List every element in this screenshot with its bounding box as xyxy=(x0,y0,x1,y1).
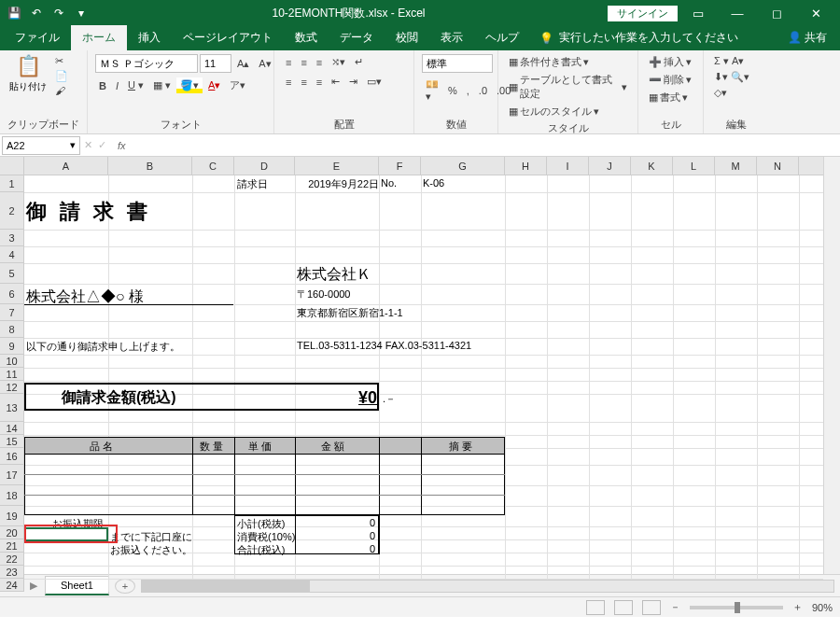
underline-button[interactable]: U ▾ xyxy=(124,77,147,93)
delete-cells-button[interactable]: ➖ 削除 ▾ xyxy=(646,72,694,88)
share-button[interactable]: 👤 共有 xyxy=(775,25,840,50)
tab-help[interactable]: ヘルプ xyxy=(474,25,530,50)
save-icon[interactable]: 💾 xyxy=(6,5,22,21)
column-headers[interactable]: ABCDEFGHIJKLMN xyxy=(24,157,823,175)
format-painter-button[interactable]: 🖌 xyxy=(52,84,71,97)
fill-color-button[interactable]: 🪣▾ xyxy=(176,77,203,93)
orientation-button[interactable]: ⤭▾ xyxy=(328,54,349,70)
copy-button[interactable]: 📄 xyxy=(52,69,71,83)
zoom-level[interactable]: 90% xyxy=(812,602,833,613)
font-color-button[interactable]: A▾ xyxy=(204,77,224,93)
zoom-slider[interactable] xyxy=(690,606,783,609)
undo-icon[interactable]: ↶ xyxy=(28,5,45,21)
col-header-E[interactable]: E xyxy=(295,157,379,175)
qat-dropdown-icon[interactable]: ▾ xyxy=(73,5,90,21)
row-header-19[interactable]: 19 xyxy=(0,506,23,526)
row-header-7[interactable]: 7 xyxy=(0,304,23,321)
row-header-12[interactable]: 12 xyxy=(0,381,23,394)
col-header-M[interactable]: M xyxy=(715,157,757,175)
row-header-2[interactable]: 2 xyxy=(0,192,23,230)
row-header-1[interactable]: 1 xyxy=(0,175,23,192)
fx-icon[interactable]: fx xyxy=(110,140,133,151)
col-header-B[interactable]: B xyxy=(108,157,192,175)
align-left-button[interactable]: ≡ xyxy=(282,75,295,90)
indent-dec-button[interactable]: ⇤ xyxy=(328,74,343,90)
ribbon-options-icon[interactable]: ▭ xyxy=(679,0,717,26)
row-header-14[interactable]: 14 xyxy=(0,422,23,435)
currency-button[interactable]: 💴▾ xyxy=(422,77,442,105)
row-header-3[interactable]: 3 xyxy=(0,230,23,246)
col-header-I[interactable]: I xyxy=(547,157,589,175)
tell-me[interactable]: 💡実行したい作業を入力してください xyxy=(530,25,748,50)
name-box[interactable]: A22▾ xyxy=(2,136,80,155)
enter-formula-icon[interactable]: ✓ xyxy=(98,139,106,151)
comma-button[interactable]: , xyxy=(463,83,473,98)
select-all-corner[interactable] xyxy=(0,157,24,175)
tab-file[interactable]: ファイル xyxy=(4,25,71,50)
tab-review[interactable]: 校閲 xyxy=(385,25,429,50)
horizontal-scrollbar[interactable] xyxy=(141,580,834,593)
inc-decimal-button[interactable]: .0 xyxy=(475,83,491,98)
font-size-combo[interactable]: 11 xyxy=(200,54,231,73)
align-top-button[interactable]: ≡ xyxy=(282,55,295,70)
normal-view-button[interactable] xyxy=(586,600,605,615)
page-layout-view-button[interactable] xyxy=(614,600,633,615)
row-header-5[interactable]: 5 xyxy=(0,263,23,284)
row-header-24[interactable]: 24 xyxy=(0,579,23,592)
clear-button[interactable]: ◇▾ xyxy=(711,86,752,100)
align-middle-button[interactable]: ≡ xyxy=(297,55,310,70)
row-header-13[interactable]: 13 xyxy=(0,394,23,422)
col-header-A[interactable]: A xyxy=(24,157,108,175)
row-header-21[interactable]: 21 xyxy=(0,539,23,553)
font-name-combo[interactable]: ＭＳ Ｐゴシック xyxy=(95,54,198,73)
align-center-button[interactable]: ≡ xyxy=(297,75,310,90)
number-format-combo[interactable]: 標準 xyxy=(422,54,493,73)
autosum-button[interactable]: Σ ▾ A▾ xyxy=(711,54,752,68)
align-bottom-button[interactable]: ≡ xyxy=(313,55,326,70)
row-header-11[interactable]: 11 xyxy=(0,368,23,381)
zoom-in-button[interactable]: ＋ xyxy=(792,600,803,614)
col-header-G[interactable]: G xyxy=(421,157,505,175)
signin-button[interactable]: サインイン xyxy=(608,6,678,21)
shrink-font-button[interactable]: A▾ xyxy=(255,56,274,72)
tab-home[interactable]: ホーム xyxy=(71,25,127,50)
paste-button[interactable]: 📋貼り付け xyxy=(7,54,49,93)
align-right-button[interactable]: ≡ xyxy=(313,75,326,90)
italic-button[interactable]: I xyxy=(112,78,122,93)
col-header-D[interactable]: D xyxy=(234,157,295,175)
phonetic-button[interactable]: ア▾ xyxy=(226,77,249,94)
format-cells-button[interactable]: ▦ 書式 ▾ xyxy=(646,90,694,105)
percent-button[interactable]: % xyxy=(444,83,461,98)
bold-button[interactable]: B xyxy=(95,78,110,93)
col-header-K[interactable]: K xyxy=(631,157,673,175)
page-break-view-button[interactable] xyxy=(642,600,661,615)
row-header-22[interactable]: 22 xyxy=(0,553,23,566)
row-header-15[interactable]: 15 xyxy=(0,435,23,448)
row-header-17[interactable]: 17 xyxy=(0,465,23,485)
row-header-6[interactable]: 6 xyxy=(0,284,23,304)
cell-style-button[interactable]: ▦ セルのスタイル ▾ xyxy=(506,104,630,119)
minimize-icon[interactable]: — xyxy=(719,0,756,26)
tab-formulas[interactable]: 数式 xyxy=(284,25,329,50)
close-icon[interactable]: ✕ xyxy=(797,0,834,26)
row-headers[interactable]: 123456789101112131415161718192021222324 xyxy=(0,175,24,592)
tab-layout[interactable]: ページレイアウト xyxy=(172,25,284,50)
table-format-button[interactable]: ▦ テーブルとして書式設定 ▾ xyxy=(506,72,630,102)
fill-button[interactable]: ⬇▾ 🔍▾ xyxy=(711,70,752,84)
grow-font-button[interactable]: A▴ xyxy=(233,56,253,72)
col-header-C[interactable]: C xyxy=(192,157,234,175)
maximize-icon[interactable]: ◻ xyxy=(758,0,795,26)
wrap-text-button[interactable]: ↵ xyxy=(351,54,367,70)
cut-button[interactable]: ✂ xyxy=(52,54,71,68)
vertical-scrollbar[interactable] xyxy=(823,157,840,574)
tab-view[interactable]: 表示 xyxy=(429,25,474,50)
col-header-H[interactable]: H xyxy=(505,157,547,175)
zoom-out-button[interactable]: － xyxy=(670,600,680,614)
row-header-4[interactable]: 4 xyxy=(0,246,23,263)
indent-inc-button[interactable]: ⇥ xyxy=(345,74,361,90)
cancel-formula-icon[interactable]: ✕ xyxy=(84,139,92,151)
merge-button[interactable]: ▭▾ xyxy=(363,74,385,90)
insert-cells-button[interactable]: ➕ 挿入 ▾ xyxy=(646,54,694,70)
col-header-J[interactable]: J xyxy=(589,157,631,175)
row-header-9[interactable]: 9 xyxy=(0,338,23,355)
